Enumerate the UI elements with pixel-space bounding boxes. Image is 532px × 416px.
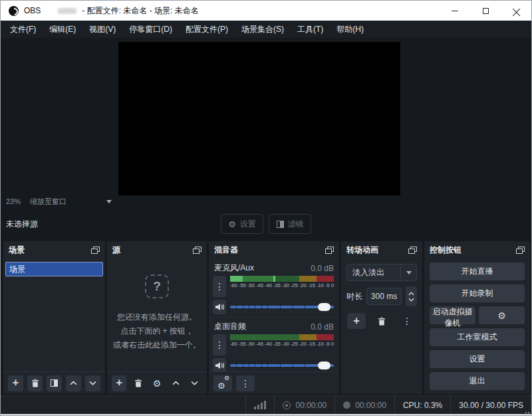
- zoom-percent: 23%: [6, 197, 21, 205]
- close-icon: [513, 7, 520, 15]
- source-down-button[interactable]: [188, 375, 202, 391]
- start-virtual-camera-button[interactable]: 启动虚拟摄像机: [430, 306, 475, 324]
- menu-docks[interactable]: 停靠窗口(D): [122, 21, 179, 38]
- channel-menu-button[interactable]: ⋮: [213, 276, 226, 297]
- minimize-button[interactable]: [440, 1, 470, 21]
- scene-list[interactable]: 场景: [3, 259, 105, 371]
- settings-button[interactable]: 设置: [430, 350, 525, 368]
- preview-canvas[interactable]: [118, 42, 400, 195]
- record-icon: [343, 401, 350, 409]
- remove-scene-button[interactable]: [27, 375, 43, 391]
- maximize-button[interactable]: [470, 1, 501, 21]
- add-scene-button[interactable]: +: [8, 375, 23, 391]
- volume-slider[interactable]: [230, 360, 334, 371]
- add-transition-button[interactable]: +: [347, 313, 366, 329]
- scene-list-item-selected[interactable]: 场景: [5, 262, 103, 276]
- menu-edit[interactable]: 编辑(E): [43, 21, 82, 38]
- chevron-down-icon: [191, 381, 198, 385]
- controls-dock-title: 控制按钮: [430, 245, 462, 256]
- preview-zoom-control[interactable]: 23% 缩放至窗口: [1, 196, 531, 207]
- source-list[interactable]: ? 您还没有添加任何源。 点击下面的 + 按钮， 或者右击此处添加一个。: [107, 259, 207, 371]
- transition-properties-button[interactable]: ⋮: [398, 313, 416, 329]
- fps-label: 30.00 / 30.00 FPS: [459, 401, 523, 410]
- obs-logo-icon: [9, 6, 19, 16]
- sources-dock-title: 源: [112, 245, 120, 256]
- window-title: - 配置文件: 未命名 - 场景: 未命名: [82, 5, 198, 17]
- kebab-icon: ⋮: [402, 316, 412, 326]
- source-settings-button[interactable]: ⚙ 设置: [221, 214, 263, 234]
- add-source-button[interactable]: +: [112, 375, 126, 391]
- title-bar: OBS - 配置文件: 未命名 - 场景: 未命名: [1, 1, 531, 21]
- empty-line: 或者右击此处添加一个。: [113, 338, 201, 352]
- fps-display: 30.00 / 30.00 FPS: [450, 396, 531, 414]
- trash-icon: [31, 379, 39, 387]
- popout-icon[interactable]: [408, 247, 417, 254]
- plus-icon: +: [116, 377, 122, 388]
- kebab-icon: ⋮: [215, 340, 224, 350]
- menu-file[interactable]: 文件(F): [3, 21, 43, 38]
- db-scale: -60-55-50-45-40-35-30-25-20-15-10-50: [230, 282, 334, 288]
- trash-icon: [134, 379, 142, 387]
- remove-source-button[interactable]: [130, 375, 145, 391]
- resize-grip[interactable]: [524, 408, 529, 413]
- close-button[interactable]: [501, 1, 531, 21]
- scene-up-button[interactable]: [66, 375, 81, 391]
- channel-menu-button[interactable]: ⋮: [213, 334, 226, 356]
- gear-icon: ⚙: [228, 219, 236, 229]
- maximize-icon: [483, 8, 489, 14]
- source-properties-button[interactable]: ⚙: [150, 375, 164, 391]
- gear-icon: ⚙: [153, 379, 162, 388]
- kebab-icon: ⋮: [215, 281, 224, 292]
- audio-source-name: 麦克风/Aux: [214, 262, 254, 274]
- exit-button[interactable]: 退出: [430, 372, 525, 390]
- mixer-toolbar: ⚙⚙ ⋮: [209, 371, 339, 394]
- advanced-audio-button[interactable]: ⚙⚙: [213, 375, 232, 391]
- remove-transition-button[interactable]: [372, 313, 391, 329]
- volume-slider[interactable]: [230, 301, 334, 313]
- menu-bar: 文件(F) 编辑(E) 视图(V) 停靠窗口(D) 配置文件(P) 场景集合(S…: [1, 21, 531, 38]
- popout-icon[interactable]: [91, 247, 100, 254]
- source-toolbar: 未选择源 ⚙ 设置 滤镜: [1, 207, 531, 241]
- stepper-down-icon[interactable]: [408, 298, 414, 302]
- broadcast-icon: [283, 401, 291, 409]
- combo-arrow: [400, 264, 416, 280]
- app-name: OBS: [24, 6, 41, 15]
- volume-db-label: 0.0 dB: [311, 322, 334, 332]
- popout-icon[interactable]: [516, 247, 525, 254]
- stepper-up-icon[interactable]: [408, 292, 414, 296]
- empty-line: 您还没有添加任何源。: [117, 310, 197, 324]
- audio-source-name: 桌面音频: [214, 321, 246, 332]
- mute-button[interactable]: [213, 358, 226, 371]
- mixer-channel-mic: 麦克风/Aux 0.0 dB ⋮ -60-55-50-45-40-35-30-2…: [209, 259, 339, 317]
- scene-filters-button[interactable]: [47, 375, 62, 391]
- transition-select[interactable]: 淡入淡出: [346, 264, 417, 281]
- studio-mode-button[interactable]: 工作室模式: [430, 328, 525, 346]
- volume-slider-handle[interactable]: [318, 362, 331, 369]
- source-up-button[interactable]: [168, 375, 183, 391]
- menu-scene-collection[interactable]: 场景集合(S): [235, 21, 291, 38]
- trash-icon: [378, 317, 386, 326]
- scene-down-button[interactable]: [85, 375, 100, 391]
- mixer-menu-button[interactable]: ⋮: [236, 375, 255, 391]
- stream-status: 00:00:00: [274, 396, 334, 414]
- sources-toolbar: + ⚙: [107, 371, 207, 394]
- menu-view[interactable]: 视图(V): [82, 21, 122, 38]
- source-filters-button[interactable]: 滤镜: [269, 214, 311, 234]
- virtual-camera-settings-button[interactable]: ⚙: [479, 306, 525, 324]
- mute-button[interactable]: [213, 300, 226, 314]
- volume-slider-handle[interactable]: [318, 303, 331, 311]
- menu-help[interactable]: 帮助(H): [330, 21, 370, 38]
- popout-icon[interactable]: [193, 247, 201, 254]
- source-filters-label: 滤镜: [288, 219, 304, 230]
- menu-profile[interactable]: 配置文件(P): [179, 21, 235, 38]
- sources-dock: 源 ? 您还没有添加任何源。 点击下面的 + 按钮， 或者右击此处添加一个。 +…: [107, 241, 207, 394]
- duration-input[interactable]: 300 ms: [366, 288, 402, 305]
- menu-tools[interactable]: 工具(T): [291, 21, 330, 38]
- scenes-dock-title: 场景: [9, 245, 25, 256]
- popout-icon[interactable]: [325, 247, 334, 254]
- start-streaming-button[interactable]: 开始直播: [430, 262, 525, 280]
- start-recording-button[interactable]: 开始录制: [430, 284, 525, 302]
- preview-area: [1, 38, 531, 196]
- duration-stepper: [406, 286, 417, 306]
- chevron-down-icon: [89, 381, 96, 385]
